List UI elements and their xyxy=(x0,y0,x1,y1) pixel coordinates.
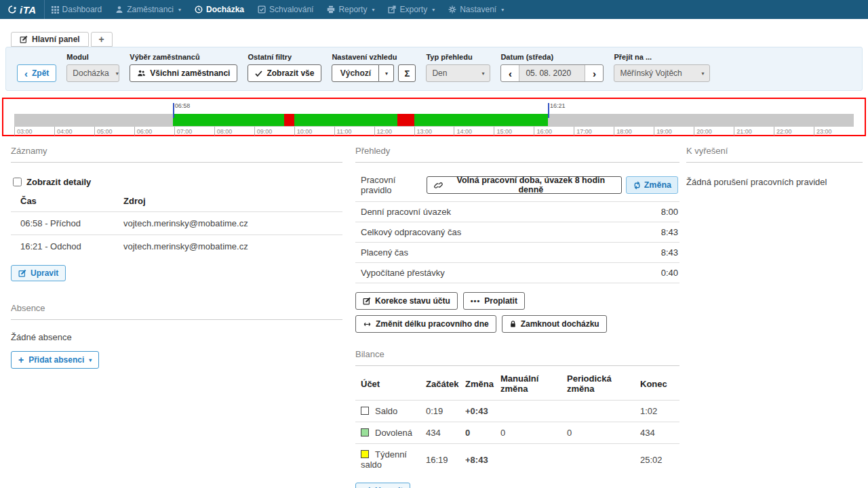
stat-value: 8:43 xyxy=(661,227,678,237)
tab-label: Hlavní panel xyxy=(32,35,80,44)
start-value: 16:19 xyxy=(426,444,465,476)
work-rule-row: Pracovní pravidlo Volná pracovní doba, ú… xyxy=(355,163,679,202)
group-label: Přejít na ... xyxy=(614,53,710,61)
timeline-tick: 05:00 xyxy=(94,127,113,136)
timeline-marker: 16:21 xyxy=(548,103,549,118)
end-value: 1:02 xyxy=(640,401,679,422)
manual-change-value: 0 xyxy=(500,422,567,444)
add-absence-button[interactable]: + Přidat absenci ▾ xyxy=(11,351,99,369)
date-value-field[interactable]: 05. 08. 2020 xyxy=(519,65,585,81)
appearance-split-button: Výchozí ▾ xyxy=(332,64,394,82)
previous-day-button[interactable]: ‹ xyxy=(501,65,519,81)
payout-button[interactable]: ••• Proplatit xyxy=(463,292,525,310)
timeline-axis: 03:0004:0005:0006:0007:0008:0009:0010:00… xyxy=(14,126,854,135)
no-absence-text: Žádné absence xyxy=(11,332,342,342)
balance-header: Manuální změna xyxy=(500,366,567,401)
group-modul: Modul Docházka ▾ xyxy=(66,53,119,82)
employee-select-button[interactable]: Všichni zaměstnanci xyxy=(130,64,237,82)
lock-attendance-button[interactable]: Zamknout docházku xyxy=(502,315,607,333)
nav-item-reporty[interactable]: Reporty ▾ xyxy=(320,0,381,19)
chevron-left-icon: ‹ xyxy=(24,68,28,79)
record-time: 06:58 - Příchod xyxy=(11,212,123,235)
account-correction-button[interactable]: Korekce stavu účtu xyxy=(355,292,458,310)
periodic-change-value xyxy=(567,444,640,476)
view-type-select[interactable]: Den ▾ xyxy=(426,64,490,82)
group-label: Typ přehledu xyxy=(426,53,490,61)
timeline-segment-grey xyxy=(14,114,173,126)
timeline-tick: 14:00 xyxy=(454,127,472,136)
group-label: Modul xyxy=(66,53,119,61)
nav-item-schvalovani[interactable]: Schvalování xyxy=(251,0,320,19)
edit-pencil-icon xyxy=(18,269,26,277)
timeline-marker-label: 06:58 xyxy=(175,102,191,109)
stat-row: Placený čas 8:43 xyxy=(355,243,679,263)
swap-icon xyxy=(633,181,642,190)
edit-balance-button[interactable]: Upravit xyxy=(355,483,410,488)
timeline-tick: 12:00 xyxy=(374,127,393,136)
timeline-tick: 19:00 xyxy=(654,127,672,136)
nav-item-exporty[interactable]: Exporty ▾ xyxy=(381,0,441,19)
add-tab-button[interactable]: + xyxy=(91,32,113,47)
table-row: Dovolená 434 0 0 0 434 xyxy=(355,422,679,444)
lock-icon xyxy=(509,320,517,328)
edit-pencil-icon xyxy=(20,35,28,43)
group-vyber-zamestnancu: Výběr zaměstnanců Všichni zaměstnanci xyxy=(130,53,237,82)
timeline-tick: 22:00 xyxy=(774,127,792,136)
go-to-employee-select[interactable]: Měřínský Vojtěch ▾ xyxy=(614,64,710,82)
plus-icon: + xyxy=(18,354,24,365)
stat-label: Placený čas xyxy=(361,247,408,258)
tab-hlavni-panel[interactable]: Hlavní panel xyxy=(11,32,89,47)
work-rule-button[interactable]: Volná pracovní doba, úvazek 8 hodin denn… xyxy=(427,176,622,194)
section-title-absence: Absence xyxy=(11,299,342,320)
show-all-filters-button[interactable]: Zobrazit vše xyxy=(248,64,321,82)
nav-item-zamestnanci[interactable]: Zaměstnanci ▾ xyxy=(108,0,188,19)
section-title-issues: K vyřešení xyxy=(686,142,863,163)
issues-section: K vyřešení Žádná porušení pracovních pra… xyxy=(686,142,863,488)
next-day-button[interactable]: › xyxy=(585,65,603,81)
timeline-segment-green xyxy=(414,114,548,126)
export-icon xyxy=(388,5,396,14)
nav-item-nastaveni[interactable]: Nastavení ▾ xyxy=(441,0,511,19)
app-logo[interactable]: iTA xyxy=(0,0,45,19)
grid-icon xyxy=(52,6,59,14)
overview-stats: Denní pracovní úvazek 8:00 Celkový odpra… xyxy=(355,202,679,283)
modul-select[interactable]: Docházka ▾ xyxy=(66,64,119,82)
timeline-tick: 11:00 xyxy=(334,127,352,136)
chevron-down-icon: ▾ xyxy=(385,70,388,77)
timeline-marker-label: 16:21 xyxy=(550,102,566,109)
start-value: 0:19 xyxy=(426,401,465,422)
timeline-tick: 23:00 xyxy=(814,127,832,136)
change-day-length-button[interactable]: Změnit délku pracovního dne xyxy=(355,315,496,333)
back-button[interactable]: ‹ Zpět xyxy=(17,64,56,82)
balance-header: Začátek xyxy=(426,366,465,401)
change-value: 0 xyxy=(465,422,500,444)
nav-label: Schvalování xyxy=(269,5,313,14)
logo-text: iTA xyxy=(20,4,37,16)
show-details-label[interactable]: Zobrazit detaily xyxy=(26,177,91,187)
nav-item-dashboard[interactable]: Dashboard xyxy=(45,0,109,19)
appearance-value-button[interactable]: Výchozí xyxy=(332,64,379,82)
nav-item-dochazka[interactable]: Docházka xyxy=(188,0,251,19)
timeline-segment-green xyxy=(173,114,284,126)
stat-value: 8:43 xyxy=(661,247,678,258)
timeline-tick: 15:00 xyxy=(494,127,512,136)
periodic-change-value: 0 xyxy=(567,422,640,444)
manual-change-value xyxy=(500,444,567,476)
group-label: Datum (středa) xyxy=(500,53,604,61)
timeline-tick: 06:00 xyxy=(134,127,153,136)
timeline-tick: 03:00 xyxy=(14,127,33,136)
account-cell: Saldo xyxy=(355,401,426,422)
sum-button[interactable]: Σ xyxy=(398,64,416,82)
section-title-records: Záznamy xyxy=(11,142,342,163)
change-rule-button[interactable]: Změna xyxy=(626,176,678,194)
edit-pencil-icon xyxy=(363,297,371,305)
filter-toolbar: ‹ Zpět Modul Docházka ▾ Výběr zaměstnanc… xyxy=(5,47,863,91)
date-picker-group: ‹ 05. 08. 2020 › xyxy=(500,64,604,82)
edit-records-button[interactable]: Upravit xyxy=(11,265,66,281)
group-ostatni-filtry: Ostatní filtry Zobrazit vše xyxy=(248,53,321,82)
show-details-checkbox[interactable] xyxy=(13,178,22,186)
chevron-down-icon: ▾ xyxy=(89,357,92,363)
timeline-segment-grey xyxy=(548,114,854,126)
record-source: vojtech.merinsky@mobatime.cz xyxy=(123,235,342,258)
appearance-caret-button[interactable]: ▾ xyxy=(379,64,394,82)
